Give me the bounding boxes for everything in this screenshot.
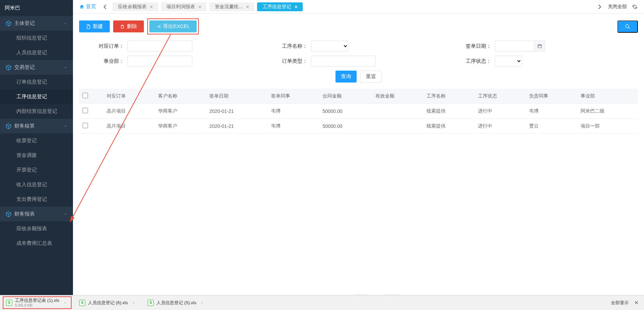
sign-date-input[interactable] (495, 41, 534, 51)
tab-prev-button[interactable] (100, 2, 110, 12)
table-cell: 2020-01-21 (206, 119, 268, 134)
cube-icon (5, 123, 12, 129)
menu-group-label: 财务核算 (14, 123, 35, 129)
table-cell: 50000.00 (319, 104, 372, 119)
menu-group-header[interactable]: 财务报表 (0, 207, 73, 221)
chevron-up-icon[interactable] (131, 301, 137, 305)
table-cell: 2020-01-21 (206, 104, 268, 119)
chevron-up-icon[interactable] (62, 301, 68, 305)
download-filename: 工序信息登记表 (1).xls (15, 298, 59, 303)
table-header: 事业部 (577, 89, 638, 104)
tab-home[interactable]: 首页 (75, 3, 100, 10)
tab-close-icon[interactable]: × (150, 4, 153, 10)
tab-label: 应收余额报表 (118, 4, 147, 10)
show-all-downloads[interactable]: 全部显示 (608, 300, 631, 306)
dept-input[interactable] (128, 56, 192, 67)
menu-item[interactable]: 订单信息登记 (0, 75, 73, 89)
download-size: 5.0/5.0 KB (15, 303, 59, 308)
table-cell: 晶片项目 (103, 104, 154, 119)
export-icon (156, 24, 161, 29)
row-checkbox[interactable] (83, 123, 88, 128)
excel-file-icon: S (148, 300, 154, 306)
excel-file-icon: S (79, 300, 85, 306)
tab-pill[interactable]: 资金流量统...× (209, 2, 254, 11)
table-cell: 华商客户 (155, 104, 206, 119)
settings-gear-icon[interactable] (630, 2, 639, 11)
table-cell: 阿米巴二级 (577, 104, 638, 119)
file-icon (86, 24, 91, 29)
tab-close-icon[interactable]: × (198, 4, 201, 10)
menu-item[interactable]: 支出费用登记 (0, 192, 73, 207)
menu-group-label: 主体登记 (14, 20, 35, 27)
download-filename: 人员信息登记 (6).xls (88, 300, 128, 306)
table-header: 工序名称 (423, 89, 474, 104)
menu-item[interactable]: 人员信息登记 (0, 45, 73, 60)
chevron-up-icon[interactable] (199, 301, 205, 305)
proc-status-select[interactable] (495, 56, 522, 67)
table-row[interactable]: 晶片项目华商客户2020-01-21韦博50000.00线索提供进行中贾云项目一… (79, 119, 638, 134)
menu-group-header[interactable]: 主体登记 (0, 16, 73, 31)
select-all-checkbox[interactable] (83, 93, 88, 98)
menu-group-label: 交易登记 (14, 64, 35, 71)
menu-item[interactable]: 成本费用汇总表 (0, 236, 73, 251)
tab-next-button[interactable] (595, 2, 604, 12)
tab-pill[interactable]: 应收余额报表× (113, 2, 158, 11)
menu-item[interactable]: 收入信息登记 (0, 177, 73, 192)
table-cell: 线索提供 (423, 104, 474, 119)
download-item[interactable]: S 工序信息登记表 (1).xls 5.0/5.0 KB (3, 296, 72, 309)
tab-pill[interactable]: 项目利润报表× (161, 2, 207, 11)
order-type-label: 订单类型： (267, 58, 311, 64)
new-label: 新建 (93, 23, 103, 30)
table-row[interactable]: 晶片项目华商客户2020-01-21韦博50000.00线索提供进行中韦博阿米巴… (79, 104, 638, 119)
order-type-input[interactable] (311, 56, 376, 67)
menu-item[interactable]: 组织信息登记 (0, 31, 73, 45)
menu-item[interactable]: 工序信息登记 (0, 89, 73, 104)
menu-item[interactable]: 内部结算信息登记 (0, 104, 73, 119)
proc-name-select[interactable] (311, 41, 348, 51)
new-button[interactable]: 新建 (79, 20, 110, 32)
menu-item[interactable]: 应收余额报表 (0, 221, 73, 236)
download-item[interactable]: S 人员信息登记 (5).xls (144, 296, 209, 309)
download-item[interactable]: S 人员信息登记 (6).xls (76, 296, 140, 309)
tab-home-label: 首页 (86, 3, 96, 10)
query-button[interactable]: 查询 (335, 71, 357, 83)
close-download-bar[interactable]: ✕ (631, 299, 641, 306)
tab-label: 工序信息登记 (263, 4, 291, 10)
chevron-down-icon (63, 124, 68, 128)
download-filename: 人员信息登记 (5).xls (156, 300, 196, 306)
main-area: 首页 应收余额报表×项目利润报表×资金流量统...×工序信息登记× 关闭全部 新 (73, 0, 644, 310)
menu-group-label: 财务报表 (14, 211, 35, 217)
tab-label: 项目利润报表 (166, 4, 195, 10)
row-checkbox[interactable] (83, 108, 88, 113)
home-icon (79, 4, 85, 10)
search-button[interactable] (617, 20, 638, 33)
order-input[interactable] (128, 41, 192, 51)
menu-item[interactable]: 资金调拨 (0, 148, 73, 163)
table-cell: 韦博 (268, 119, 319, 134)
cube-icon (5, 211, 12, 217)
menu-group-header[interactable]: 交易登记 (0, 60, 73, 75)
proc-name-label: 工序名称： (267, 43, 311, 49)
menu-group-header[interactable]: 财务核算 (0, 119, 73, 133)
table-header: 签单日期 (206, 89, 268, 104)
close-all-tabs[interactable]: 关闭全部 (608, 4, 627, 10)
filter-form: 对应订单： 工序名称： 签单日期： (73, 39, 644, 89)
tabs-bar: 首页 应收余额报表×项目利润报表×资金流量统...×工序信息登记× 关闭全部 (73, 0, 644, 14)
table-cell (372, 119, 423, 134)
sidebar: 阿米巴 主体登记 组织信息登记人员信息登记 交易登记 订单信息登记工序信息登记内… (0, 0, 73, 310)
export-excel-button[interactable]: 导出EXCEL (149, 20, 197, 32)
menu-item[interactable]: 开票登记 (0, 163, 73, 177)
table-cell: 贾云 (526, 119, 577, 134)
tab-close-icon[interactable]: × (295, 4, 297, 10)
excel-file-icon: S (6, 300, 12, 306)
download-bar: S 工序信息登记表 (1).xls 5.0/5.0 KB S 人员信息登记 (6… (0, 295, 644, 310)
reset-button[interactable]: 重置 (360, 71, 382, 83)
table-cell: 韦博 (268, 104, 319, 119)
date-picker-button[interactable] (534, 41, 545, 51)
delete-button[interactable]: 删除 (113, 20, 144, 32)
menu-item[interactable]: 收票登记 (0, 133, 73, 148)
tab-pill[interactable]: 工序信息登记× (257, 2, 303, 11)
table-header: 对应订单 (103, 89, 154, 104)
tab-close-icon[interactable]: × (246, 4, 249, 10)
chevron-down-icon (63, 212, 68, 216)
